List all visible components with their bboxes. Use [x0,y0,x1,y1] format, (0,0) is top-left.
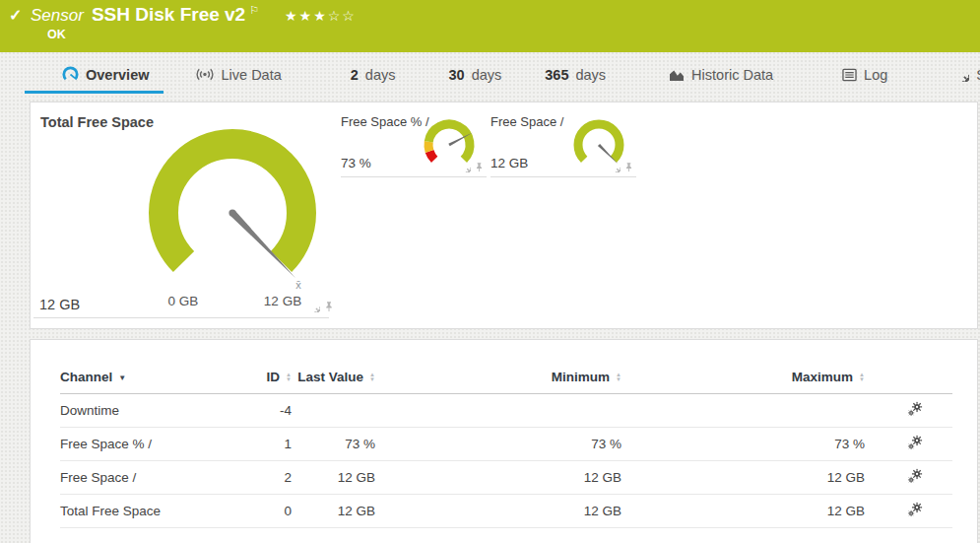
average-marker: x̄ [295,279,301,291]
log-list-icon [842,68,857,82]
tab-live-data[interactable]: Live Data [189,52,288,94]
gauge-pin-icon[interactable] [474,162,485,172]
area-chart-icon [669,68,685,82]
main-tile-divider [33,317,329,318]
channel-name: Free Space / [60,461,247,495]
priority-stars[interactable]: ★★★☆☆ [285,8,357,24]
column-header-minimum[interactable]: Minimum▲▼ [375,370,621,394]
channel-last-value: 73 % [292,428,375,461]
channel-last-value [292,394,375,428]
table-header-row: Channel▼ ID▲▼ Last Value▲▼ Minimum▲▼ Max… [60,370,952,394]
table-row: Free Space % / 1 73 % 73 % 73 % [60,428,952,461]
column-header-maximum[interactable]: Maximum▲▼ [621,370,865,394]
gauge-pin-icon[interactable] [623,162,634,172]
channel-minimum: 12 GB [375,461,621,495]
table-row: Downtime -4 [60,394,952,428]
channel-name: Free Space % / [60,428,247,461]
tab-bar: Overview Live Data 2 days 30 days 365 da… [0,52,980,94]
tab-2-days[interactable]: 2 days [345,52,402,94]
channel-id: -4 [247,394,292,428]
tab-overview[interactable]: Overview [25,52,163,94]
tile-title: Free Space / [490,114,563,129]
tile-value: 12 GB [490,156,528,170]
tab-label: Settings [976,67,980,83]
gauge-settings-gear-icon[interactable] [308,301,320,312]
sort-desc-icon: ▼ [118,373,126,382]
tab-log[interactable]: Log [836,52,893,94]
table-row: Total Free Space 0 12 GB 12 GB 12 GB [60,495,952,528]
tab-label: days [472,67,502,83]
channel-id: 1 [247,428,292,461]
sort-icon: ▲▼ [286,373,292,382]
gauge-settings-gear-icon[interactable] [460,162,471,172]
tab-settings[interactable]: Settings [948,52,980,94]
sort-icon: ▲▼ [616,373,621,382]
channel-settings-button[interactable] [906,502,923,518]
main-gauge-value: 12 GB [39,297,80,312]
table-row: Free Space / 2 12 GB 12 GB 12 GB [60,461,952,495]
channel-last-value: 12 GB [292,495,375,528]
column-header-channel[interactable]: Channel▼ [60,370,247,394]
channel-maximum [621,394,865,428]
double-gear-icon [906,502,923,518]
channel-maximum: 12 GB [621,495,865,528]
gauge-max-label: 12 GB [264,294,301,308]
sensor-status-header: ✓ Sensor SSH Disk Free v2 ⚐ ★★★☆☆ OK [0,0,980,52]
tile-title: Free Space % / [341,114,429,129]
sensor-name: SSH Disk Free v2 [92,4,245,26]
live-signal-icon [195,68,215,81]
gauge-settings-gear-icon[interactable] [610,162,621,172]
flag-icon[interactable]: ⚐ [249,4,259,17]
channel-maximum: 73 % [621,428,865,461]
gauge-min-label: 0 GB [168,294,199,308]
double-gear-icon [906,435,923,451]
channel-name: Downtime [60,394,247,428]
channel-minimum: 12 GB [375,495,621,528]
total-free-space-gauge: x̄ 0 GB 12 GB [134,124,331,331]
tab-365-days[interactable]: 365 days [539,52,612,94]
channel-settings-button[interactable] [906,435,923,451]
tile-value: 73 % [341,156,371,170]
double-gear-icon [906,468,923,485]
channel-name: Total Free Space [60,495,247,528]
gauge-pin-icon[interactable] [323,301,335,312]
channels-table: Channel▼ ID▲▼ Last Value▲▼ Minimum▲▼ Max… [60,370,952,528]
column-header-actions [865,370,952,394]
channel-id: 2 [247,461,292,495]
free-space-percent-tile: Free Space % / 73 % [341,112,487,177]
channel-id: 0 [247,495,292,528]
channel-minimum [375,394,621,428]
free-space-tile: Free Space / 12 GB [490,112,636,177]
tab-label: Historic Data [691,67,773,83]
column-header-last-value[interactable]: Last Value▲▼ [292,370,375,394]
channel-minimum: 73 % [375,428,621,461]
object-kind-label: Sensor [31,6,84,26]
gauge-icon [62,66,79,83]
tab-label: days [365,67,396,83]
ok-check-icon: ✓ [9,6,22,25]
sensor-title-row: Sensor SSH Disk Free v2 ⚐ ★★★☆☆ [31,4,357,26]
tab-historic-data[interactable]: Historic Data [663,52,779,94]
channel-settings-button[interactable] [906,468,923,485]
tab-label: Overview [86,67,150,83]
overview-gauges-panel: Total Free Space x̄ 0 GB 12 GB 12 GB Fre… [30,102,978,329]
gear-icon [954,67,969,82]
sensor-status-text: OK [47,28,66,41]
tab-label: Log [864,67,887,83]
sort-icon: ▲▼ [369,373,375,382]
channels-panel: Channel▼ ID▲▼ Last Value▲▼ Minimum▲▼ Max… [30,339,978,543]
channel-last-value: 12 GB [292,461,375,495]
channel-maximum: 12 GB [621,461,865,495]
tab-label: Live Data [222,67,282,83]
column-header-id[interactable]: ID▲▼ [247,370,292,394]
channel-settings-button[interactable] [906,401,923,418]
sort-icon: ▲▼ [859,373,865,382]
tab-30-days[interactable]: 30 days [442,52,507,94]
tab-label: days [575,67,606,83]
double-gear-icon [906,401,923,418]
